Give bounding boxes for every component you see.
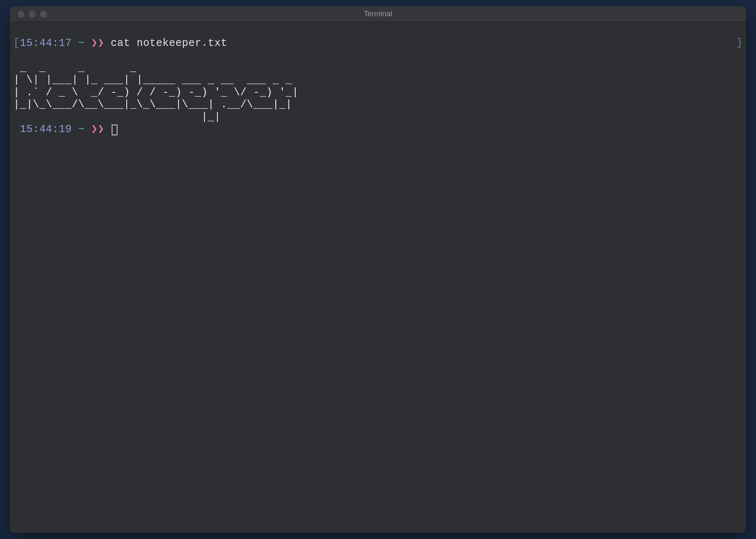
prompt-chevrons: ❯❯ (91, 37, 104, 49)
traffic-lights (10, 11, 47, 18)
prompt-line-1: [15:44:17 ~ ❯❯ cat notekeeper.txt] (13, 37, 743, 50)
terminal-body[interactable]: [15:44:17 ~ ❯❯ cat notekeeper.txt] _ _ _… (10, 22, 746, 533)
zoom-button[interactable] (40, 11, 47, 18)
prompt-time: 15:44:17 (20, 37, 72, 49)
prompt-cwd-2: ~ (78, 123, 85, 135)
prompt-line-2: 15:44:19 ~ ❯❯ (13, 123, 743, 136)
window-title: Terminal (10, 10, 746, 18)
cursor[interactable] (112, 125, 117, 135)
terminal-window: Terminal [15:44:17 ~ ❯❯ cat notekeeper.t… (10, 6, 746, 533)
close-button[interactable] (18, 11, 24, 18)
close-bracket: ] (736, 37, 743, 50)
command-text: cat notekeeper.txt (111, 37, 227, 49)
prompt-cwd: ~ (78, 37, 85, 49)
ascii-art-output: _ _ _ _ | \| |___| |_ ___| |_____ ___ _ … (13, 62, 305, 123)
open-bracket: [ (13, 37, 20, 49)
prompt-time-2: 15:44:19 (20, 123, 72, 135)
titlebar[interactable]: Terminal (10, 6, 746, 22)
prompt-chevrons-2: ❯❯ (91, 123, 104, 135)
minimize-button[interactable] (29, 11, 36, 18)
